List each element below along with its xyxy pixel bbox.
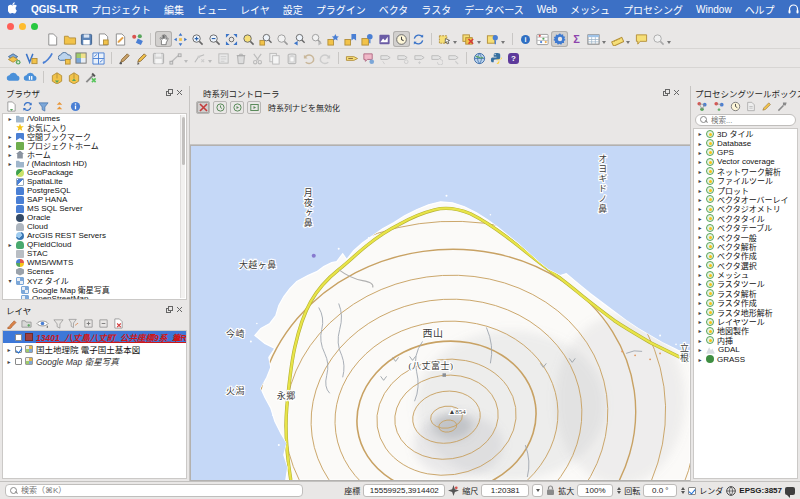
- zoom-in-button[interactable]: [189, 31, 206, 47]
- magnifier-input[interactable]: 100%: [577, 484, 613, 497]
- digitize-line-button[interactable]: [167, 50, 184, 66]
- browser-scrollbar[interactable]: [180, 115, 185, 298]
- label-change-button[interactable]: [445, 50, 462, 66]
- collapse-all-layers-icon[interactable]: [98, 318, 109, 329]
- vertex-dropdown[interactable]: [208, 60, 212, 63]
- zoom-to-selection-button[interactable]: [240, 31, 257, 47]
- help-button[interactable]: ?: [505, 50, 522, 66]
- filter-browser-icon[interactable]: [38, 101, 49, 112]
- rotation-spinner[interactable]: [681, 487, 685, 494]
- redo-button[interactable]: [317, 50, 334, 66]
- processing-provider-grass[interactable]: ▸GRASS: [694, 354, 797, 363]
- plugin-package-button[interactable]: [48, 69, 65, 85]
- add-spatialite-layer-button[interactable]: [39, 50, 56, 66]
- pan-map-button[interactable]: [155, 31, 172, 47]
- run-feature-action-button[interactable]: [534, 31, 551, 47]
- processing-search-input[interactable]: [711, 116, 791, 125]
- processing-toolbox-button[interactable]: [551, 31, 568, 47]
- metasearch-button[interactable]: [471, 50, 488, 66]
- data-source-manager-button[interactable]: [5, 50, 22, 66]
- deselect-dropdown[interactable]: [477, 41, 481, 44]
- cloud-project-button[interactable]: [5, 69, 22, 85]
- filter-legend-icon[interactable]: [53, 318, 64, 329]
- locator-search[interactable]: [5, 484, 303, 497]
- browser-item-geopackage[interactable]: GeoPackage: [3, 168, 186, 177]
- processing-provider-gdal[interactable]: ▸GDAL: [694, 345, 797, 354]
- menu-settings[interactable]: 設定: [283, 2, 303, 17]
- new-model-icon[interactable]: [713, 101, 725, 112]
- map-tips-button[interactable]: [633, 31, 650, 47]
- apple-menu-icon[interactable]: [8, 2, 18, 16]
- vertex-tool-button[interactable]: [191, 50, 208, 66]
- processing-options-icon[interactable]: [777, 101, 788, 112]
- browser-item-macintosh-hd[interactable]: ▸/ (Macintosh HD): [3, 159, 186, 168]
- browser-item-mssql[interactable]: MS SQL Server: [3, 204, 186, 213]
- browser-item-home[interactable]: ▸ホーム: [3, 150, 186, 159]
- layer-visibility-checkbox[interactable]: [15, 346, 22, 353]
- undo-button[interactable]: [300, 50, 317, 66]
- browser-item-wms[interactable]: WMS/WMTS: [3, 258, 186, 267]
- new-report-button[interactable]: [112, 31, 129, 47]
- statistics-summary-button[interactable]: Σ: [568, 31, 585, 47]
- refresh-browser-icon[interactable]: [22, 101, 33, 112]
- qfield-tools-button[interactable]: [82, 69, 99, 85]
- measure-button[interactable]: [609, 31, 626, 47]
- undock-panel-icon[interactable]: [166, 306, 173, 313]
- label-move-button[interactable]: [411, 50, 428, 66]
- select-by-value-dropdown[interactable]: [501, 41, 505, 44]
- close-panel-icon[interactable]: [176, 89, 183, 96]
- history-icon[interactable]: [730, 101, 741, 112]
- new-project-button[interactable]: [44, 31, 61, 47]
- zoom-last-button[interactable]: [291, 31, 308, 47]
- new-map-view-button[interactable]: [359, 31, 376, 47]
- save-project-button[interactable]: [78, 31, 95, 47]
- identify-features-button[interactable]: i: [517, 31, 534, 47]
- processing-group[interactable]: ▸内挿: [694, 336, 797, 345]
- cloud-sync-button[interactable]: [22, 69, 39, 85]
- layout-manager-button[interactable]: [95, 31, 112, 47]
- menu-processing[interactable]: プロセシング: [623, 2, 683, 17]
- zoom-next-button[interactable]: [308, 31, 325, 47]
- temporal-fixed-range-button[interactable]: [213, 101, 227, 114]
- map-themes-icon[interactable]: [36, 318, 49, 329]
- layer-row-gsi-basemap[interactable]: ▸ 国土地理院 電子国土基本図: [3, 343, 186, 355]
- toggle-editing-button[interactable]: [133, 50, 150, 66]
- close-window-button[interactable]: [7, 23, 14, 30]
- collapse-all-icon[interactable]: [54, 101, 65, 112]
- label-rotate-button[interactable]: [428, 50, 445, 66]
- models-icon[interactable]: [696, 101, 708, 112]
- open-project-button[interactable]: [61, 31, 78, 47]
- menu-window[interactable]: Window: [696, 4, 732, 15]
- browser-properties-icon[interactable]: [70, 101, 81, 112]
- locator-search-input[interactable]: [21, 486, 298, 495]
- zoom-out-button[interactable]: [206, 31, 223, 47]
- add-group-icon[interactable]: [21, 318, 32, 329]
- select-by-value-button[interactable]: [484, 31, 501, 47]
- zoom-window-button[interactable]: [31, 23, 38, 30]
- processing-group[interactable]: ▸Database: [694, 138, 797, 147]
- headphones-icon[interactable]: [788, 4, 799, 14]
- layer-diagram-button[interactable]: [360, 50, 377, 66]
- new-bookmark-button[interactable]: [325, 31, 342, 47]
- browser-item-arcgis[interactable]: ArcGIS REST Servers: [3, 231, 186, 240]
- delete-selected-button[interactable]: [232, 50, 249, 66]
- plugin-package-upload-button[interactable]: [65, 69, 82, 85]
- add-raster-layer-button[interactable]: [73, 50, 90, 66]
- scale-combo[interactable]: 1:20381: [481, 484, 529, 497]
- menu-mesh[interactable]: メッシュ: [570, 2, 610, 17]
- digitize-dropdown[interactable]: [184, 60, 188, 63]
- layer-styling-icon[interactable]: [6, 318, 17, 329]
- python-console-button[interactable]: [488, 50, 505, 66]
- nominatim-search-button[interactable]: [650, 31, 667, 47]
- browser-item-qfieldcloud[interactable]: ▸QFieldCloud: [3, 240, 186, 249]
- extents-toggle-icon[interactable]: [448, 485, 459, 496]
- show-bookmarks-button[interactable]: [342, 31, 359, 47]
- undock-panel-icon[interactable]: [166, 89, 173, 96]
- layer-row-parcels[interactable]: 13401_八丈島八丈町_公共座標9系_筆R_2025: [3, 331, 186, 343]
- menu-view[interactable]: ビュー: [197, 2, 227, 17]
- layer-labeling-button[interactable]: [343, 50, 360, 66]
- processing-group[interactable]: ▸GPS: [694, 148, 797, 157]
- close-panel-icon[interactable]: [673, 89, 680, 96]
- layer-visibility-checkbox[interactable]: [15, 334, 22, 341]
- menu-project[interactable]: プロジェクト: [91, 2, 151, 17]
